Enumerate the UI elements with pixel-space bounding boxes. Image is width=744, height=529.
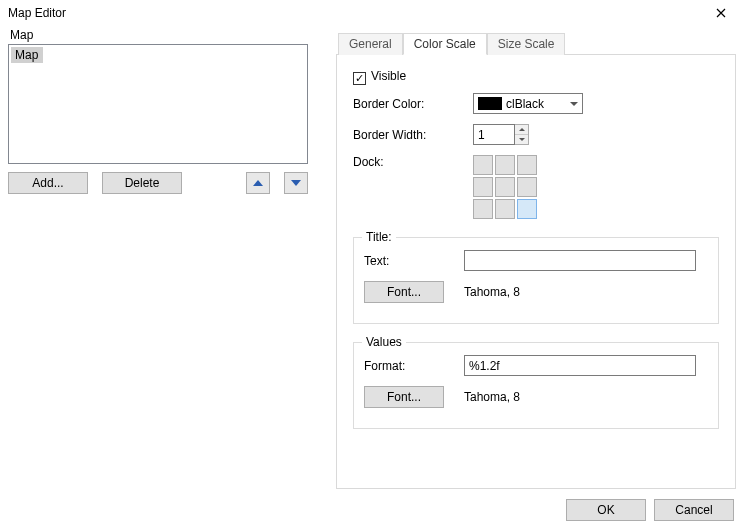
move-up-button[interactable]	[246, 172, 270, 194]
values-format-input[interactable]	[464, 355, 696, 376]
color-swatch-icon	[478, 97, 502, 110]
tab-strip: General Color Scale Size Scale	[336, 32, 736, 55]
values-legend: Values	[362, 335, 406, 349]
title-font-button[interactable]: Font...	[364, 281, 444, 303]
close-button[interactable]	[706, 3, 736, 23]
tab-color-scale[interactable]: Color Scale	[403, 33, 487, 55]
close-icon	[716, 8, 726, 18]
titlebar: Map Editor	[0, 0, 744, 24]
window-title: Map Editor	[8, 6, 66, 20]
move-down-button[interactable]	[284, 172, 308, 194]
spin-down-button[interactable]	[515, 135, 528, 144]
values-font-button[interactable]: Font...	[364, 386, 444, 408]
values-font-value: Tahoma, 8	[464, 390, 520, 404]
border-color-select[interactable]: clBlack	[473, 93, 583, 114]
tab-size-scale[interactable]: Size Scale	[487, 33, 566, 55]
cancel-button[interactable]: Cancel	[654, 499, 734, 521]
dock-cell-2[interactable]	[517, 155, 537, 175]
border-color-value: clBlack	[506, 97, 566, 111]
list-item[interactable]: Map	[11, 47, 43, 63]
dock-cell-0[interactable]	[473, 155, 493, 175]
values-format-label: Format:	[364, 359, 464, 373]
title-text-input[interactable]	[464, 250, 696, 271]
tab-panel-color-scale: ✓ Visible Border Color: clBlack Border W…	[336, 55, 736, 489]
border-width-input[interactable]	[473, 124, 515, 145]
title-legend: Title:	[362, 230, 396, 244]
spin-up-button[interactable]	[515, 125, 528, 135]
dock-cell-5[interactable]	[517, 177, 537, 197]
chevron-up-icon	[519, 128, 525, 131]
title-text-label: Text:	[364, 254, 464, 268]
dock-cell-7[interactable]	[495, 199, 515, 219]
dock-label: Dock:	[353, 155, 473, 169]
visible-checkbox[interactable]: ✓	[353, 72, 366, 85]
tab-general[interactable]: General	[338, 33, 403, 55]
arrow-down-icon	[291, 180, 301, 186]
dialog-footer: OK Cancel	[566, 499, 734, 521]
border-width-label: Border Width:	[353, 128, 473, 142]
ok-button[interactable]: OK	[566, 499, 646, 521]
dock-selector[interactable]	[473, 155, 537, 219]
left-panel: Map Map Add... Delete	[8, 24, 328, 489]
delete-button[interactable]: Delete	[102, 172, 182, 194]
dock-cell-4[interactable]	[495, 177, 515, 197]
map-group-label: Map	[10, 28, 328, 42]
dock-cell-6[interactable]	[473, 199, 493, 219]
arrow-up-icon	[253, 180, 263, 186]
values-fieldset: Values Format: Font... Tahoma, 8	[353, 342, 719, 429]
checkmark-icon: ✓	[355, 73, 364, 84]
chevron-down-icon	[566, 102, 582, 106]
dock-cell-1[interactable]	[495, 155, 515, 175]
add-button[interactable]: Add...	[8, 172, 88, 194]
chevron-down-icon	[519, 138, 525, 141]
title-font-value: Tahoma, 8	[464, 285, 520, 299]
dock-cell-8[interactable]	[517, 199, 537, 219]
map-listbox[interactable]: Map	[8, 44, 308, 164]
dock-cell-3[interactable]	[473, 177, 493, 197]
border-width-stepper[interactable]	[473, 124, 529, 145]
title-fieldset: Title: Text: Font... Tahoma, 8	[353, 237, 719, 324]
right-panel: General Color Scale Size Scale ✓ Visible…	[336, 24, 736, 489]
visible-label: Visible	[371, 69, 406, 83]
border-color-label: Border Color:	[353, 97, 473, 111]
